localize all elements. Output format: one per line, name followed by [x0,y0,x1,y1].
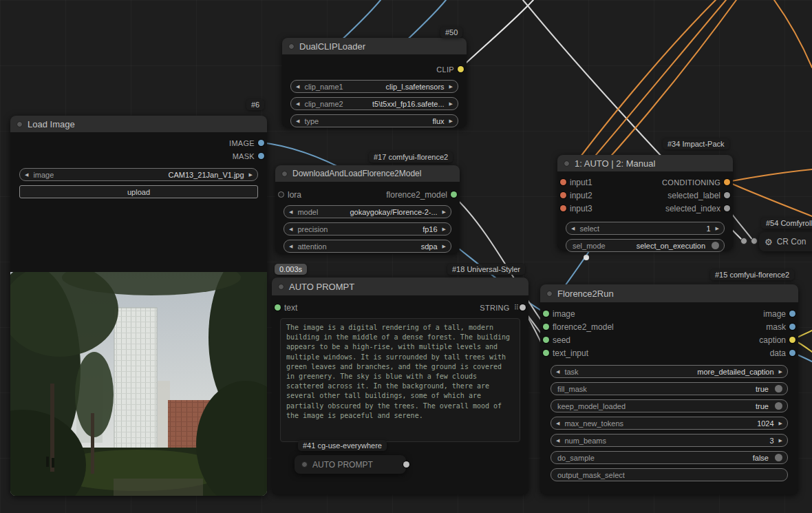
slot-row: MASK [10,149,267,163]
node-florence2-model-loader[interactable]: DownloadAndLoadFlorence2Model lora flore… [275,165,460,253]
fill-mask-toggle-widget[interactable]: fill_mask true [551,382,788,395]
collapsed-output-slot[interactable] [403,461,409,468]
type-combo-widget[interactable]: ◀ type flux ▶ [290,114,458,127]
node-title: DualCLIPLoader [299,41,365,52]
selected-label-output-slot[interactable] [724,192,730,198]
output-mask-select-text-widget[interactable]: output_mask_select [551,468,788,481]
widget-value: 1 [706,224,710,233]
widget-label: type [304,117,319,125]
input2-label: input2 [570,191,592,200]
mask-output-label: MASK [233,152,255,160]
node-load-image[interactable]: Load Image IMAGE MASK ◀ image CAM13_21Ja… [10,116,267,496]
text-input-slot[interactable] [275,304,281,311]
grip-icon[interactable]: ⠿ [514,304,519,311]
node-collapsed-auto-prompt[interactable]: AUTO PROMPT [295,455,406,474]
node-cr-conditioning[interactable]: ⚙ CR Con [759,232,812,251]
toggle-knob-icon[interactable] [775,454,782,461]
combo-left-icon[interactable]: ◀ [296,118,299,123]
combo-right-icon[interactable]: ▶ [442,227,446,231]
mask-output-slot[interactable] [258,153,264,159]
florence2-model-input-slot[interactable] [543,324,549,330]
toggle-knob-icon[interactable] [775,402,782,410]
keep-model-loaded-toggle-widget[interactable]: keep_model_loaded true [551,399,788,412]
widget-label: max_new_tokens [564,419,623,428]
collapse-dot-icon[interactable] [288,43,295,50]
node-florence2-run[interactable]: Florence2Run image image florence2_model… [540,284,798,494]
prompt-textarea[interactable]: The image is a digital rendering of a ta… [280,318,520,442]
max-new-tokens-number-widget[interactable]: ◀ max_new_tokens 1024 ▶ [551,417,788,430]
node-title-bar[interactable]: DownloadAndLoadFlorence2Model [275,165,460,182]
input3-slot[interactable] [560,205,566,211]
lora-input-slot[interactable] [278,191,284,198]
node-impact-switch[interactable]: 1: AUTO | 2: Manual input1 CONDITIONING … [557,155,733,250]
combo-left-icon[interactable]: ◀ [296,84,299,89]
node-title-bar[interactable]: Load Image [10,116,267,132]
image-input-slot[interactable] [543,311,549,317]
node-dual-clip-loader[interactable]: DualCLIPLoader CLIP ◀ clip_name1 clip_l.… [282,38,467,127]
combo-left-icon[interactable]: ◀ [556,369,559,374]
node-title-bar[interactable]: Florence2Run [540,284,798,302]
upload-button[interactable]: upload [19,185,258,198]
collapse-dot-icon[interactable] [278,284,284,290]
combo-right-icon[interactable]: ▶ [442,244,446,249]
node-title-bar[interactable]: AUTO PROMPT [272,278,528,295]
combo-right-icon[interactable]: ▶ [449,118,453,123]
input1-slot[interactable] [560,179,566,185]
conditioning-output-label: CONDITIONING [662,178,720,187]
node-id-badge: #54 Comfyroll [761,218,812,229]
input2-slot[interactable] [560,192,566,198]
select-number-widget[interactable]: ◀ select 1 ▶ [566,222,725,235]
combo-right-icon[interactable]: ▶ [779,369,782,374]
stepper-right-icon[interactable]: ▶ [716,226,719,231]
text-input-input-slot[interactable] [543,350,549,356]
selected-index-output-slot[interactable] [724,205,730,211]
caption-output-slot[interactable] [789,337,795,343]
florence2-model-output-slot[interactable] [451,191,457,198]
combo-right-icon[interactable]: ▶ [249,172,253,177]
collapse-dot-icon[interactable] [17,121,23,127]
node-title-bar[interactable]: DualCLIPLoader [282,38,467,54]
combo-right-icon[interactable]: ▶ [449,84,453,89]
node-title-bar[interactable]: 1: AUTO | 2: Manual [557,155,733,171]
data-output-slot[interactable] [789,350,795,356]
image-output-slot[interactable] [258,140,264,146]
combo-left-icon[interactable]: ◀ [25,172,28,177]
combo-left-icon[interactable]: ◀ [289,209,292,214]
toggle-knob-icon[interactable] [775,385,782,392]
cr-input-dot-1 [741,238,747,244]
wire-cond-in-1 [563,0,716,180]
attention-combo-widget[interactable]: ◀ attention sdpa ▶ [284,240,451,253]
combo-right-icon[interactable]: ▶ [449,101,453,106]
stepper-left-icon[interactable]: ◀ [556,438,559,443]
widget-label: num_beams [564,437,606,445]
clip-output-slot[interactable] [458,66,464,72]
clip-name1-combo-widget[interactable]: ◀ clip_name1 clip_l.safetensors ▶ [290,80,458,93]
combo-left-icon[interactable]: ◀ [289,244,292,249]
num-beams-number-widget[interactable]: ◀ num_beams 3 ▶ [551,434,788,447]
collapse-dot-icon[interactable] [564,160,570,167]
stepper-right-icon[interactable]: ▶ [779,421,782,426]
combo-left-icon[interactable]: ◀ [289,227,292,231]
collapse-dot-icon[interactable] [546,291,553,297]
mask-output-slot[interactable] [789,324,795,330]
seed-input-slot[interactable] [543,337,549,343]
sel-mode-toggle-widget[interactable]: sel_mode select_on_execution [566,239,725,252]
task-combo-widget[interactable]: ◀ task more_detailed_caption ▶ [551,365,788,378]
image-combo-widget[interactable]: ◀ image CAM13_21Jan_V1.jpg ▶ [19,168,258,181]
clip-name2-combo-widget[interactable]: ◀ clip_name2 t5\t5xxl_fp16.safete... ▶ [290,97,458,110]
model-combo-widget[interactable]: ◀ model gokaygokay/Florence-2-... ▶ [284,205,451,218]
collapse-dot-icon[interactable] [281,171,288,177]
stepper-right-icon[interactable]: ▶ [779,438,782,443]
precision-combo-widget[interactable]: ◀ precision fp16 ▶ [284,222,451,235]
stepper-left-icon[interactable]: ◀ [556,421,559,426]
combo-left-icon[interactable]: ◀ [296,101,299,106]
toggle-knob-icon[interactable] [712,242,719,249]
stepper-left-icon[interactable]: ◀ [571,226,575,231]
do-sample-toggle-widget[interactable]: do_sample false [551,451,788,464]
image-output-slot[interactable] [789,311,795,317]
conditioning-output-slot[interactable] [724,179,730,185]
node-graph-canvas[interactable]: Load Image IMAGE MASK ◀ image CAM13_21Ja… [0,0,812,513]
collapse-dot-icon[interactable] [301,461,308,468]
combo-right-icon[interactable]: ▶ [442,209,446,214]
string-output-slot[interactable] [520,304,526,311]
